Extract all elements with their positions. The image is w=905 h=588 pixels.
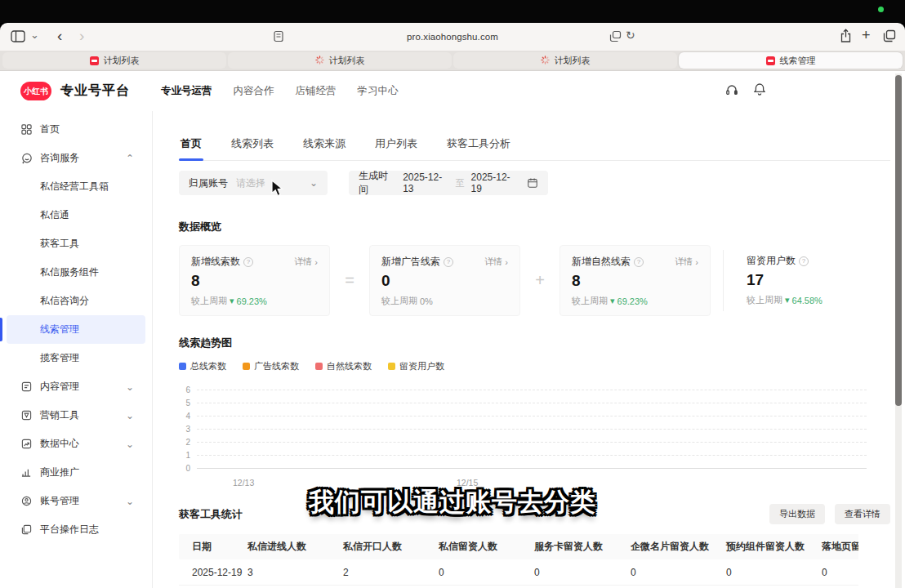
nav-item-shop[interactable]: 店铺经营 [296,84,337,98]
sidebar-item-label: 平台操作日志 [40,523,99,537]
xiaohongshu-favicon-icon [90,56,99,65]
customer-service-icon[interactable] [725,83,738,100]
question-icon[interactable]: ? [444,257,453,267]
tab-strip: 计划列表 计划列表 计划列表 线索管理 [0,51,905,70]
chevron-down-icon: ⌄ [126,381,134,393]
grid-icon [21,124,33,136]
nav-item-operation[interactable]: 专业号运营 [161,84,212,98]
loading-spinner-icon [541,56,550,66]
scrollbar-thumb[interactable] [895,75,902,406]
sidebar-item-label: 首页 [40,122,60,136]
legend-total-leads[interactable]: 总线索数 [179,360,226,372]
nav-item-learning[interactable]: 学习中心 [358,84,399,98]
sidebar-item-marketing-tools[interactable]: 营销工具 ⌄ [7,401,145,430]
date-range-picker[interactable]: 生成时间 2025-12-13 至 2025-12-19 [349,171,548,195]
gridline [197,468,867,469]
legend-swatch [388,363,395,370]
col-date: 日期 [179,540,247,554]
log-icon [21,524,33,536]
reload-icon[interactable]: ↻ [626,29,635,41]
card-value: 17 [747,271,875,289]
question-icon[interactable]: ? [634,257,644,267]
browser-tab-label: 计划列表 [104,55,140,67]
legend-ad-leads[interactable]: 广告线索数 [243,360,299,372]
detail-link[interactable]: 详情› [484,256,508,268]
tab-lead-list[interactable]: 线索列表 [230,131,275,160]
card-title: 新增线索数 [191,255,240,269]
legend-retained-users[interactable]: 留资用户数 [388,360,444,372]
date-range-label: 生成时间 [359,169,395,197]
table-header-row: 日期 私信进线人数 私信开口人数 私信留资人数 服务卡留资人数 企微名片留资人数… [179,534,858,559]
filter-bar: 归属账号 请选择 ⌄ 生成时间 2025-12-13 至 2025-12-19 [179,171,890,195]
sidebar-item-label: 数据中心 [40,437,79,451]
share-icon[interactable] [840,29,852,43]
gridline [197,390,867,390]
legend-swatch [179,363,186,370]
legend-swatch [315,363,323,370]
site-title: 专业号平台 [60,82,130,100]
address-bar[interactable]: pro.xiaohongshu.com [0,23,905,51]
y-tick: 1 [179,451,190,460]
question-icon[interactable]: ? [243,257,253,267]
card-title: 新增自然线索 [572,255,631,269]
account-select-placeholder: 请选择 [236,176,265,190]
card-value: 0 [381,272,508,290]
sidebar-item-home[interactable]: 首页 [7,115,145,144]
browser-tab-3[interactable]: 计划列表 [453,52,677,69]
overview-cards: 新增线索数 ? 详情› 8 较上周期▾69.23% = 新增广告线索 ? [179,245,890,316]
lead-tabs: 首页 线索列表 线索来源 用户列表 获客工具分析 [179,131,890,161]
table-row[interactable]: 2025-12-19 3 2 0 0 0 0 0 [179,559,858,586]
promotion-icon [21,467,33,479]
nav-item-content-coop[interactable]: 内容合作 [234,84,274,98]
equals-operator: = [330,245,369,316]
card-value: 8 [572,272,698,290]
down-triangle-icon: ▾ [230,296,234,306]
browser-tab-2[interactable]: 计划列表 [228,52,452,69]
detail-link[interactable]: 详情› [294,256,318,268]
account-select[interactable]: 归属账号 请选择 ⌄ [179,171,328,195]
video-caption: 我们可以通过账号去分类 [0,485,905,519]
sidebar-item-dm-score[interactable]: 私信咨询分 [7,287,145,315]
sidebar-item-dm-pass[interactable]: 私信通 [7,201,145,229]
legend-organic-leads[interactable]: 自然线索数 [315,360,372,372]
tab-lead-source[interactable]: 线索来源 [301,131,347,160]
new-tab-icon[interactable]: + [862,28,871,42]
card-new-ad-leads: 新增广告线索 ? 详情› 0 较上周期0% [369,245,520,316]
sidebar-item-label: 咨询服务 [40,151,79,165]
sidebar-item-data-center[interactable]: 数据中心 ⌄ [7,430,145,458]
sidebar-item-customer-management[interactable]: 揽客管理 [7,344,145,372]
sidebar-item-dm-toolbox[interactable]: 私信经营工具箱 [7,172,145,201]
sidebar-item-business-promotion[interactable]: 商业推广 [7,458,145,487]
tab-overview-icon[interactable] [883,29,896,42]
browser-tab-1[interactable]: 计划列表 [2,52,226,69]
tab-lead-tool-analysis[interactable]: 获客工具分析 [445,131,512,160]
sidebar-item-lead-management[interactable]: 线索管理 [7,315,145,344]
tab-home[interactable]: 首页 [179,131,203,160]
sidebar-item-consult-service[interactable]: 咨询服务 ⌃ [7,144,145,172]
detail-link[interactable]: 详情› [675,256,698,268]
y-tick: 2 [179,438,190,447]
page-copy-icon[interactable] [609,30,622,42]
xiaohongshu-logo[interactable]: 小红书 [20,82,51,100]
sidebar-item-lead-tools[interactable]: 获客工具 [7,229,145,258]
sidebar-item-operation-log[interactable]: 平台操作日志 [7,515,145,544]
sidebar-item-label: 获客工具 [40,237,79,251]
y-tick: 4 [179,412,190,421]
sidebar-item-label: 内容管理 [40,380,79,394]
sidebar-item-label: 私信咨询分 [40,294,89,308]
card-delta: 69.23% [237,296,267,306]
sidebar-item-dm-components[interactable]: 私信服务组件 [7,258,145,287]
legend-swatch [243,363,250,370]
col-service-card-retained: 服务卡留资人数 [534,540,631,554]
tab-user-list[interactable]: 用户列表 [373,131,419,160]
trend-chart: 6 5 4 3 2 1 0 12/13 12/15 [179,383,867,491]
sidebar-item-content-management[interactable]: 内容管理 ⌄ [7,372,145,401]
question-icon[interactable]: ? [799,256,809,266]
date-start-value: 2025-12-13 [403,172,448,194]
sidebar-item-label: 私信通 [40,208,69,222]
browser-tab-4-active[interactable]: 线索管理 [679,52,903,69]
browser-tab-label: 计划列表 [555,55,591,67]
bell-icon[interactable] [753,82,766,100]
chat-icon [21,153,33,164]
down-triangle-icon: ▾ [785,295,790,305]
